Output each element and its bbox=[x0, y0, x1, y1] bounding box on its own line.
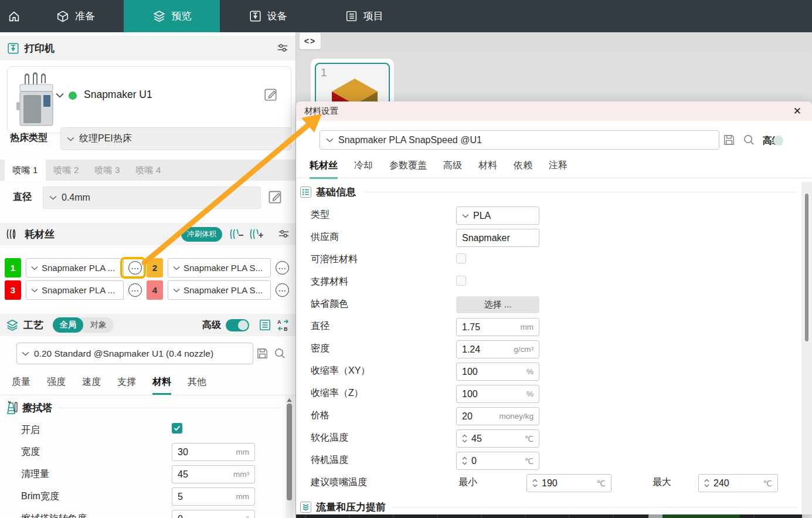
collapse-panel-button[interactable]: <> bbox=[300, 33, 321, 49]
nav-tab-0[interactable]: 准备 bbox=[28, 0, 124, 32]
filament-preset-select[interactable]: Snapmaker PLA S... bbox=[168, 280, 271, 300]
dialog-tab-0[interactable]: 耗材丝 bbox=[310, 160, 338, 179]
temperature-spinner[interactable]: 0℃ bbox=[456, 452, 539, 470]
dialog-header[interactable]: 材料设置 ✕ bbox=[296, 101, 812, 121]
process-tab-1[interactable]: 强度 bbox=[47, 376, 66, 395]
plate-number: 1 bbox=[321, 66, 327, 79]
filament-color-swatch[interactable]: 4 bbox=[147, 280, 163, 300]
process-tab-0[interactable]: 质量 bbox=[12, 376, 30, 395]
wipe-number-input[interactable]: 5mm bbox=[172, 487, 255, 506]
nozzle-tab-2[interactable]: 喷嘴 2 bbox=[46, 160, 87, 181]
nav-tab-1[interactable]: 预览 bbox=[124, 0, 220, 32]
field-checkbox[interactable] bbox=[456, 253, 466, 263]
home-button[interactable] bbox=[0, 0, 28, 32]
printer-settings-icon[interactable] bbox=[276, 42, 289, 55]
field-label: 直径 bbox=[311, 320, 329, 333]
nav-tab-2[interactable]: 设备 bbox=[220, 0, 316, 32]
left-scrollbar-thumb[interactable] bbox=[287, 404, 292, 500]
filament-preset-select[interactable]: Snapmaker PLA S... bbox=[168, 258, 271, 277]
dialog-tab-2[interactable]: 参数覆盖 bbox=[389, 160, 427, 179]
wipe-number-input[interactable]: 30mm bbox=[172, 443, 255, 461]
material-preset-select[interactable]: Snapmaker PLA SnapSpeed @U1 bbox=[320, 130, 719, 150]
left-panel-scrollbar[interactable] bbox=[286, 396, 293, 518]
dialog-tab-1[interactable]: 冷却 bbox=[354, 160, 373, 179]
advanced-toggle[interactable] bbox=[226, 319, 249, 331]
dialog-scrollbar[interactable] bbox=[801, 182, 812, 514]
divider bbox=[363, 192, 797, 192]
diameter-select[interactable]: 0.4mm bbox=[43, 187, 261, 209]
temperature-spinner[interactable]: 45℃ bbox=[456, 429, 539, 448]
preview-slider-strip[interactable] bbox=[296, 514, 812, 518]
dialog-tab-5[interactable]: 依赖 bbox=[514, 160, 532, 179]
strip-green-segment bbox=[662, 514, 740, 518]
nozzle-tab-bar: 喷嘴 1喷嘴 2喷嘴 3喷嘴 4 bbox=[0, 160, 296, 181]
search-preset-icon[interactable] bbox=[273, 347, 287, 360]
wipe-enable-checkbox[interactable] bbox=[172, 423, 182, 434]
nozzle-tab-4[interactable]: 喷嘴 4 bbox=[128, 160, 169, 181]
field-row-2: 可溶性材料 bbox=[296, 249, 812, 271]
process-tab-2[interactable]: 速度 bbox=[82, 376, 101, 395]
nav-tab-3[interactable]: 项目 bbox=[316, 0, 412, 32]
bed-type-select[interactable]: 纹理PEI热床 bbox=[60, 127, 291, 150]
filament-preset-select[interactable]: Snapmaker PLA ... bbox=[26, 280, 124, 300]
edit-diameter-icon[interactable] bbox=[267, 189, 283, 205]
spinner-arrows[interactable] bbox=[462, 434, 467, 443]
number-input[interactable]: 100% bbox=[456, 363, 539, 381]
filament-preset-select[interactable]: Snapmaker PLA ... bbox=[26, 258, 124, 277]
nozzle-tab-1[interactable]: 喷嘴 1 bbox=[5, 160, 46, 181]
remove-filament-icon[interactable] bbox=[229, 228, 244, 240]
max-temp-spinner[interactable]: 240℃ bbox=[698, 474, 778, 492]
wipe-number-input[interactable]: 45mm³ bbox=[172, 465, 255, 483]
field-checkbox[interactable] bbox=[456, 276, 466, 286]
edit-printer-icon[interactable] bbox=[263, 87, 278, 102]
wipe-row: Brim宽度5mm bbox=[0, 487, 296, 506]
dialog-scrollbar-thumb[interactable] bbox=[805, 194, 808, 341]
number-input[interactable]: 100% bbox=[456, 385, 539, 403]
filament-more-button[interactable]: ⋯ bbox=[128, 261, 142, 275]
default-color-button[interactable]: 选择 ... bbox=[456, 296, 539, 313]
dialog-tab-4[interactable]: 材料 bbox=[478, 160, 497, 179]
number-input[interactable]: 1.24g/cm³ bbox=[456, 340, 539, 358]
save-preset-icon[interactable] bbox=[256, 347, 269, 360]
compare-ab-icon[interactable]: AB bbox=[276, 318, 290, 332]
svg-text:A: A bbox=[277, 319, 281, 325]
process-tab-3[interactable]: 支撑 bbox=[117, 376, 136, 395]
filament-more-button[interactable]: ⋯ bbox=[128, 283, 142, 297]
filament-color-swatch[interactable]: 2 bbox=[147, 258, 163, 277]
close-icon[interactable]: ✕ bbox=[791, 104, 804, 119]
nozzle-tab-3[interactable]: 喷嘴 3 bbox=[87, 160, 128, 181]
filament-settings-icon[interactable] bbox=[277, 228, 290, 241]
printer-dropdown-chevron-icon[interactable] bbox=[56, 93, 64, 98]
scope-object[interactable]: 对象 bbox=[83, 320, 114, 330]
save-material-icon[interactable] bbox=[722, 133, 736, 147]
material-type-select[interactable]: PLA bbox=[456, 206, 539, 225]
filament-color-swatch[interactable]: 1 bbox=[5, 258, 21, 277]
field-label: 收缩率（Z） bbox=[311, 387, 363, 399]
process-preset-select[interactable]: 0.20 Standard @Snapmaker U1 (0.4 nozzle) bbox=[16, 343, 253, 364]
filament-slot-4: 4Snapmaker PLA S...⋯ bbox=[147, 280, 289, 300]
filament-color-swatch[interactable]: 3 bbox=[5, 280, 21, 300]
parameter-list-icon[interactable] bbox=[259, 319, 271, 331]
filament-more-button[interactable]: ⋯ bbox=[276, 283, 289, 297]
dialog-tab-6[interactable]: 注释 bbox=[549, 160, 568, 179]
spinner-arrows[interactable] bbox=[532, 479, 538, 487]
process-tab-4[interactable]: 材料 bbox=[152, 376, 171, 395]
min-temp-spinner[interactable]: 190℃ bbox=[526, 474, 611, 492]
number-input[interactable]: 20money/kg bbox=[456, 407, 539, 425]
printer-card[interactable]: Snapmaker U1 bbox=[7, 66, 291, 133]
process-tab-5[interactable]: 其他 bbox=[188, 376, 206, 395]
spinner-arrows[interactable] bbox=[704, 479, 709, 487]
search-material-icon[interactable] bbox=[742, 133, 756, 147]
bed-type-label: 热床类型 bbox=[10, 132, 47, 144]
scope-global[interactable]: 全局 bbox=[53, 317, 83, 333]
vendor-input[interactable]: Snapmaker bbox=[456, 229, 539, 247]
printer-thumbnail bbox=[15, 72, 57, 129]
wipe-number-input[interactable]: 0° bbox=[172, 510, 255, 518]
filament-more-button[interactable]: ⋯ bbox=[276, 261, 289, 275]
number-input[interactable]: 1.75mm bbox=[456, 318, 539, 336]
scope-toggle[interactable]: 全局 对象 bbox=[53, 317, 114, 333]
flush-volume-button[interactable]: 冲刷体积 bbox=[181, 227, 222, 242]
spinner-arrows[interactable] bbox=[462, 456, 467, 465]
add-filament-icon[interactable] bbox=[249, 228, 264, 240]
dialog-tab-3[interactable]: 高级 bbox=[443, 160, 462, 179]
